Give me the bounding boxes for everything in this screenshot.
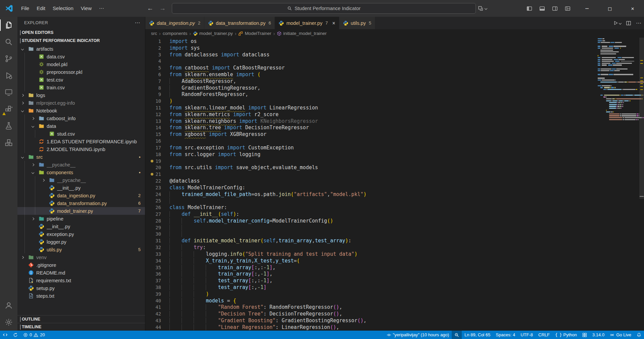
status-zoom-indicator[interactable] bbox=[452, 331, 462, 339]
split-editor-icon[interactable] bbox=[626, 20, 631, 26]
code-editor[interactable]: 1import os2import sys3from dataclasses i… bbox=[145, 38, 644, 331]
tab-utils.py[interactable]: utils.py5 bbox=[339, 17, 375, 29]
tab-data_transformation.py[interactable]: data_transformation.py6 bbox=[204, 17, 275, 29]
status-eol-sequence[interactable]: CRLF bbox=[536, 331, 552, 339]
tree-item-2.model-training.ipynb[interactable]: 2.MODEL TRAINING.ipynb bbox=[17, 145, 145, 153]
tree-item-preprocessor.pkl[interactable]: preprocessor.pkl bbox=[17, 68, 145, 76]
tree-item-stud.csv[interactable]: stud.csv bbox=[17, 130, 145, 138]
close-button[interactable]: × bbox=[621, 0, 644, 17]
tree-item-data_transformation.py[interactable]: data_transformation.py6 bbox=[17, 199, 145, 207]
tree-item-model.pkl[interactable]: model.pkl bbox=[17, 60, 145, 68]
tree-item-pipeline[interactable]: pipeline bbox=[17, 215, 145, 223]
overview-ruler[interactable] bbox=[639, 38, 644, 331]
open-editors-section[interactable]: OPEN EDITORS bbox=[17, 29, 145, 37]
minimize-button[interactable]: ─ bbox=[576, 0, 598, 17]
status-notifications[interactable] bbox=[634, 331, 644, 339]
activity-containers[interactable] bbox=[0, 134, 17, 151]
menu-selection[interactable]: Selection bbox=[49, 5, 77, 11]
activity-settings[interactable] bbox=[0, 314, 17, 331]
breadcrumb-item[interactable]: initiate_model_trainer bbox=[277, 31, 327, 36]
explorer-more-actions-icon[interactable]: ⋯ bbox=[135, 19, 140, 26]
tree-item-components[interactable]: components● bbox=[17, 168, 145, 176]
status-git-blame[interactable]: "yeripallivijay" (10 hours ago) bbox=[384, 331, 452, 339]
toggle-panel-button[interactable] bbox=[536, 5, 548, 11]
tree-item-__pycache__[interactable]: __pycache__ bbox=[17, 161, 145, 168]
timeline-section[interactable]: TIMELINE bbox=[17, 323, 145, 331]
tree-item-__init__.py[interactable]: __init__.py bbox=[17, 223, 145, 230]
menu-file[interactable]: File bbox=[17, 5, 33, 11]
breadcrumb-item[interactable]: model_trainer.py bbox=[193, 31, 233, 36]
tree-item-model_trainer.py[interactable]: model_trainer.py7 bbox=[17, 207, 145, 215]
tree-item-notebook[interactable]: Notebook bbox=[17, 107, 145, 114]
activity-explorer[interactable] bbox=[0, 17, 17, 34]
status-indentation[interactable]: Spaces: 4 bbox=[493, 331, 518, 339]
breadcrumb-item[interactable]: ModelTrainer bbox=[238, 31, 271, 36]
tree-item-utils.py[interactable]: utils.py5 bbox=[17, 246, 145, 253]
tree-item-readme.md[interactable]: README.md bbox=[17, 269, 145, 277]
code-line: 19 bbox=[145, 158, 594, 164]
more-actions-icon[interactable]: ⋯ bbox=[636, 20, 641, 26]
tree-item-data.csv[interactable]: data.csv bbox=[17, 53, 145, 60]
status-language-mode[interactable]: { }Python bbox=[552, 331, 580, 339]
command-center-search[interactable]: Student Performance Indicator bbox=[172, 3, 476, 14]
tree-item-logger.py[interactable]: logger.py bbox=[17, 238, 145, 246]
tree-item-train.csv[interactable]: train.csv bbox=[17, 84, 145, 91]
tree-item-1.eda-student-performance.ipynb[interactable]: 1.EDA STUDENT PERFORMANCE.ipynb bbox=[17, 138, 145, 145]
remote-window-button[interactable] bbox=[478, 6, 487, 11]
activity-search[interactable] bbox=[0, 34, 17, 50]
activity-testing[interactable] bbox=[0, 117, 17, 134]
back-arrow-icon[interactable]: ← bbox=[147, 5, 153, 12]
problems-status[interactable]: 0 20 bbox=[20, 331, 48, 339]
activity-accounts[interactable] bbox=[0, 297, 17, 314]
activity-remote-explorer[interactable] bbox=[0, 84, 17, 101]
tree-item-venv[interactable]: venv bbox=[17, 253, 145, 261]
tree-item-catboost_info[interactable]: catboost_info bbox=[17, 114, 145, 122]
status-encoding[interactable]: UTF-8 bbox=[518, 331, 536, 339]
activity-extensions[interactable] bbox=[0, 101, 17, 117]
tab-data_ingestion.py[interactable]: data_ingestion.py2 bbox=[145, 17, 204, 29]
sync-status[interactable] bbox=[10, 331, 20, 339]
customize-layout-button[interactable] bbox=[561, 5, 574, 11]
maximize-button[interactable]: □ bbox=[598, 0, 621, 17]
folder-icon bbox=[28, 154, 34, 160]
status-python-version[interactable]: 3.14.0 bbox=[590, 331, 607, 339]
tree-item-steps.txt[interactable]: steps.txt bbox=[17, 292, 145, 300]
tree-item-.gitignore[interactable]: .gitignore bbox=[17, 261, 145, 269]
tree-item-artifacts[interactable]: artifacts bbox=[17, 45, 145, 53]
project-root-section[interactable]: STUDENT PERFORMANCE INDICATOR bbox=[17, 37, 145, 45]
toggle-sidebar-button[interactable] bbox=[523, 5, 536, 11]
remote-indicator[interactable] bbox=[0, 331, 10, 339]
methodsym-icon bbox=[277, 31, 282, 36]
tree-item-src[interactable]: src● bbox=[17, 153, 145, 161]
menu-more[interactable]: ⋯ bbox=[95, 5, 108, 11]
activity-run-debug[interactable] bbox=[0, 67, 17, 84]
minimap[interactable] bbox=[598, 38, 639, 121]
tree-item-exception.py[interactable]: exception.py bbox=[17, 230, 145, 238]
menu-edit[interactable]: Edit bbox=[33, 5, 49, 11]
forward-arrow-icon[interactable]: → bbox=[159, 5, 166, 12]
run-python-file-button[interactable] bbox=[613, 20, 621, 26]
close-icon[interactable]: × bbox=[332, 20, 335, 26]
breadcrumb-item[interactable]: src bbox=[151, 31, 157, 36]
outline-section[interactable]: OUTLINE bbox=[17, 315, 145, 323]
tree-item-data_ingestion.py[interactable]: data_ingestion.py2 bbox=[17, 192, 145, 199]
activity-source-control[interactable] bbox=[0, 50, 17, 67]
scrollbar-thumb[interactable] bbox=[639, 38, 644, 199]
tree-item-__pycache__[interactable]: __pycache__ bbox=[17, 176, 145, 184]
menu-view[interactable]: View bbox=[77, 5, 95, 11]
status-cursor-position[interactable]: Ln 89, Col 65 bbox=[462, 331, 493, 339]
status-grid-extension[interactable] bbox=[580, 331, 590, 339]
tree-item-logs[interactable]: logs bbox=[17, 91, 145, 99]
tree-item-mlproject.egg-info[interactable]: mlproject.egg-info bbox=[17, 99, 145, 107]
tree-item-data[interactable]: data bbox=[17, 122, 145, 130]
tree-item-test.csv[interactable]: test.csv bbox=[17, 76, 145, 84]
status-go-live[interactable]: Go Live bbox=[607, 331, 634, 339]
breadcrumb-item[interactable]: components bbox=[163, 31, 188, 36]
tree-item-requirements.txt[interactable]: requirements.txt bbox=[17, 277, 145, 284]
tree-item-setup.py[interactable]: setup.py bbox=[17, 284, 145, 292]
toggle-secondary-sidebar-button[interactable] bbox=[548, 5, 561, 11]
breadcrumb[interactable]: src›components›model_trainer.py›ModelTra… bbox=[145, 29, 644, 38]
pagepy-icon bbox=[28, 278, 34, 283]
tab-model_trainer.py[interactable]: model_trainer.py7× bbox=[275, 17, 339, 29]
tree-item-__init__.py[interactable]: __init__.py bbox=[17, 184, 145, 192]
